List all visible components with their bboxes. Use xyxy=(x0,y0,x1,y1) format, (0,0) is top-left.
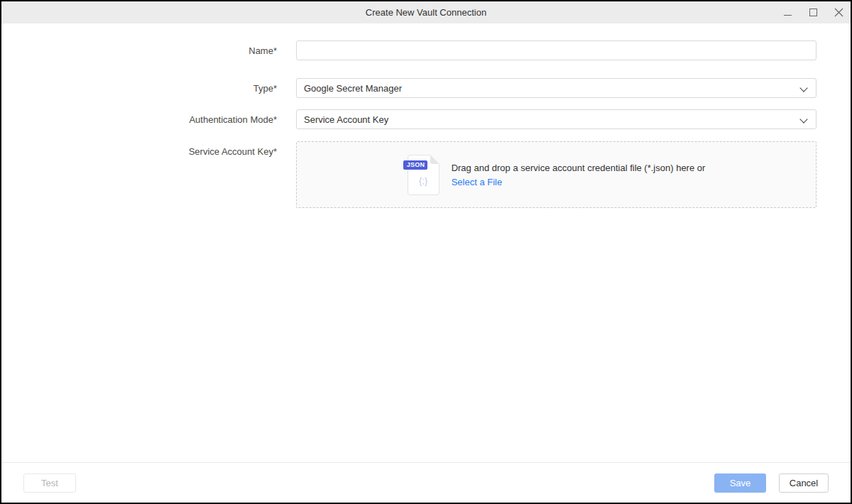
authentication-mode-select[interactable]: Service Account Key xyxy=(296,109,816,129)
authentication-mode-select-value: Service Account Key xyxy=(304,114,388,125)
service-account-key-label: Service Account Key* xyxy=(1,141,277,157)
type-label: Type* xyxy=(1,83,277,94)
json-braces-glyph: {;} xyxy=(408,175,439,186)
file-dropzone[interactable]: JSON {;} Drag and drop a service account… xyxy=(296,141,816,208)
authentication-mode-row: Authentication Mode* Service Account Key xyxy=(1,109,851,129)
create-vault-connection-dialog: Create New Vault Connection Name* Type* … xyxy=(0,0,852,504)
file-fold-corner xyxy=(430,155,439,164)
chevron-down-icon xyxy=(801,115,807,121)
select-file-link[interactable]: Select a File xyxy=(452,177,503,187)
json-file-icon: JSON {;} xyxy=(408,155,439,195)
maximize-icon[interactable] xyxy=(808,8,818,18)
window-controls xyxy=(782,1,843,23)
titlebar: Create New Vault Connection xyxy=(1,1,851,23)
close-icon[interactable] xyxy=(834,8,843,18)
authentication-mode-label: Authentication Mode* xyxy=(1,114,277,125)
form-area: Name* Type* Google Secret Manager Authen… xyxy=(1,40,851,208)
name-input[interactable] xyxy=(296,40,816,60)
cancel-button[interactable]: Cancel xyxy=(779,473,829,493)
type-select-value: Google Secret Manager xyxy=(304,83,402,94)
type-row: Type* Google Secret Manager xyxy=(1,78,851,98)
dialog-footer: Test Save Cancel xyxy=(1,462,851,503)
chevron-down-icon xyxy=(801,84,807,90)
type-select[interactable]: Google Secret Manager xyxy=(296,78,816,98)
dropzone-text-block: Drag and drop a service account credenti… xyxy=(452,162,706,188)
service-account-key-row: Service Account Key* JSON {;} Drag and d… xyxy=(1,141,851,208)
test-button[interactable]: Test xyxy=(23,473,76,493)
minimize-icon[interactable] xyxy=(782,8,792,18)
name-row: Name* xyxy=(1,40,851,60)
dialog-title: Create New Vault Connection xyxy=(1,7,851,18)
save-button[interactable]: Save xyxy=(714,473,766,493)
footer-actions: Save Cancel xyxy=(714,473,829,493)
json-badge: JSON xyxy=(403,160,428,170)
dropzone-instruction: Drag and drop a service account credenti… xyxy=(452,162,706,175)
name-label: Name* xyxy=(1,45,277,56)
